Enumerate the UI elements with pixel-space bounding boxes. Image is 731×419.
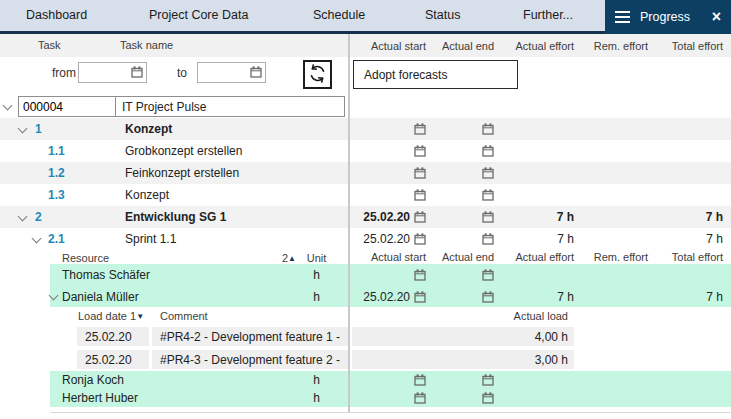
task-number[interactable]: 2 bbox=[35, 210, 42, 224]
tab-project-core-data[interactable]: Project Core Data bbox=[149, 0, 248, 31]
calendar-icon[interactable] bbox=[414, 291, 426, 303]
from-date-field[interactable] bbox=[78, 62, 147, 83]
calendar-icon[interactable] bbox=[482, 392, 494, 404]
task-name[interactable]: Grobkonzept erstellen bbox=[125, 144, 242, 158]
to-label: to bbox=[177, 66, 187, 80]
calendar-icon[interactable] bbox=[414, 233, 426, 245]
calendar-icon[interactable] bbox=[482, 211, 494, 223]
chevron-down-icon[interactable] bbox=[49, 291, 59, 301]
calendar-icon[interactable] bbox=[482, 189, 494, 201]
close-icon[interactable]: × bbox=[712, 9, 721, 25]
sort-indicator[interactable]: 2▲ bbox=[260, 252, 296, 264]
total-effort-value bbox=[652, 140, 727, 162]
task-row-2-1: 2.1 Sprint 1.1 25.02.20 7 h 7 h bbox=[0, 228, 731, 250]
project-name[interactable]: IT Project Pulse bbox=[116, 97, 206, 116]
calendar-icon[interactable] bbox=[482, 123, 494, 135]
task-name[interactable]: Feinkonzept erstellen bbox=[125, 166, 239, 180]
from-label: from bbox=[52, 66, 76, 80]
resource-row-herbert-huber[interactable]: Herbert Huber h bbox=[50, 389, 731, 407]
resource-name[interactable]: Thomas Schäfer bbox=[62, 268, 150, 282]
from-date-input[interactable] bbox=[79, 64, 131, 81]
header-actual-effort[interactable]: Actual effort bbox=[498, 34, 578, 57]
task-number[interactable]: 2.1 bbox=[48, 232, 65, 246]
calendar-icon[interactable] bbox=[131, 66, 143, 80]
to-date-input[interactable] bbox=[198, 64, 250, 81]
header-task[interactable]: Task bbox=[38, 39, 61, 51]
project-id-input[interactable] bbox=[19, 100, 115, 114]
refresh-icon bbox=[308, 64, 327, 86]
header-total-effort[interactable]: Total effort bbox=[652, 250, 727, 264]
calendar-icon[interactable] bbox=[414, 269, 426, 281]
load-value: 3,00 h bbox=[352, 350, 574, 369]
chevron-down-icon[interactable] bbox=[18, 212, 28, 222]
calendar-icon[interactable] bbox=[414, 392, 426, 404]
task-number[interactable]: 1.2 bbox=[48, 166, 65, 180]
chevron-down-icon[interactable] bbox=[18, 124, 28, 134]
tab-dashboard[interactable]: Dashboard bbox=[26, 0, 87, 31]
calendar-icon[interactable] bbox=[482, 233, 494, 245]
header-actual-end[interactable]: Actual end bbox=[430, 34, 498, 57]
calendar-icon[interactable] bbox=[414, 189, 426, 201]
task-name[interactable]: Konzept bbox=[125, 188, 169, 202]
header-total-effort[interactable]: Total effort bbox=[652, 34, 727, 57]
to-date-field[interactable] bbox=[197, 62, 266, 83]
load-row-2: 25.02.20 #PR4-3 - Development feature 2 … bbox=[0, 350, 731, 371]
header-actual-end[interactable]: Actual end bbox=[430, 250, 498, 264]
calendar-icon[interactable] bbox=[414, 374, 426, 386]
adopt-forecasts-button[interactable]: Adopt forecasts bbox=[353, 60, 518, 89]
resource-row-ronja-koch[interactable]: Ronja Koch h bbox=[50, 371, 731, 389]
resource-name[interactable]: Herbert Huber bbox=[62, 391, 138, 405]
tab-further[interactable]: Further... bbox=[523, 0, 573, 31]
resource-unit: h bbox=[300, 268, 333, 282]
tab-schedule[interactable]: Schedule bbox=[313, 0, 365, 31]
load-date: 25.02.20 bbox=[77, 327, 149, 346]
header-resource[interactable]: Resource bbox=[62, 252, 109, 264]
table-header-row: Task Task name Actual start Actual end A… bbox=[0, 34, 731, 57]
calendar-icon[interactable] bbox=[482, 145, 494, 157]
calendar-icon[interactable] bbox=[250, 66, 262, 80]
total-effort-value: 7 h bbox=[652, 228, 727, 250]
header-rem-effort[interactable]: Rem. effort bbox=[578, 250, 652, 264]
resource-row-thomas-schaefer[interactable]: Thomas Schäfer h bbox=[50, 264, 731, 286]
calendar-icon[interactable] bbox=[482, 167, 494, 179]
header-task-name[interactable]: Task name bbox=[120, 39, 173, 51]
chevron-down-icon[interactable] bbox=[3, 101, 13, 111]
refresh-button[interactable] bbox=[303, 60, 332, 89]
rem-effort-value bbox=[578, 286, 652, 307]
calendar-icon[interactable] bbox=[482, 374, 494, 386]
resource-row-daniela-mueller[interactable]: Daniela Müller h 25.02.20 7 h 7 h bbox=[50, 286, 731, 307]
rem-effort-value bbox=[578, 140, 652, 162]
task-name[interactable]: Sprint 1.1 bbox=[125, 232, 176, 246]
calendar-icon[interactable] bbox=[414, 211, 426, 223]
rem-effort-value bbox=[578, 162, 652, 184]
task-name[interactable]: Konzept bbox=[125, 122, 172, 136]
total-effort-value: 7 h bbox=[652, 286, 727, 307]
header-rem-effort[interactable]: Rem. effort bbox=[578, 34, 652, 57]
header-unit[interactable]: Unit bbox=[300, 252, 333, 264]
task-number[interactable]: 1.1 bbox=[48, 144, 65, 158]
task-name[interactable]: Entwicklung SG 1 bbox=[125, 210, 226, 224]
tab-progress-active[interactable]: Progress × bbox=[605, 0, 731, 34]
resource-name[interactable]: Ronja Koch bbox=[62, 373, 124, 387]
rem-effort-value bbox=[578, 206, 652, 228]
task-number[interactable]: 1.3 bbox=[48, 188, 65, 202]
project-id-field[interactable] bbox=[19, 97, 116, 116]
header-load-date[interactable]: Load date 1▼ bbox=[78, 310, 144, 322]
calendar-icon[interactable] bbox=[414, 145, 426, 157]
task-number[interactable]: 1 bbox=[35, 122, 42, 136]
header-actual-effort[interactable]: Actual effort bbox=[498, 250, 578, 264]
rem-effort-value bbox=[578, 371, 652, 389]
header-actual-start[interactable]: Actual start bbox=[352, 34, 430, 57]
header-actual-load[interactable]: Actual load bbox=[352, 310, 568, 322]
chevron-down-icon[interactable] bbox=[32, 234, 42, 244]
calendar-icon[interactable] bbox=[414, 167, 426, 179]
calendar-icon[interactable] bbox=[482, 291, 494, 303]
tab-status[interactable]: Status bbox=[425, 0, 460, 31]
calendar-icon[interactable] bbox=[414, 123, 426, 135]
menu-icon[interactable] bbox=[615, 11, 630, 24]
header-comment[interactable]: Comment bbox=[160, 310, 208, 322]
actual-effort-value: 7 h bbox=[498, 228, 578, 250]
calendar-icon[interactable] bbox=[482, 269, 494, 281]
header-actual-start[interactable]: Actual start bbox=[352, 250, 430, 264]
resource-name[interactable]: Daniela Müller bbox=[62, 290, 139, 304]
